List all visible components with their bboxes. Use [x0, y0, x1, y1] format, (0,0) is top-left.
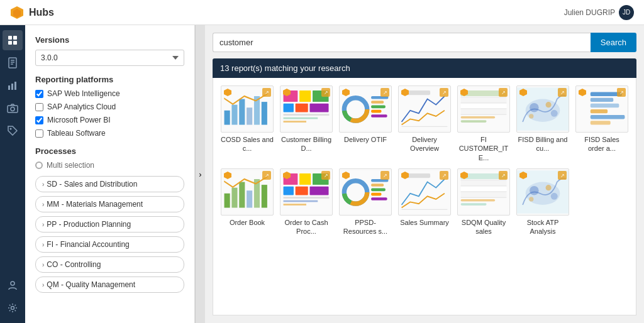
process-qm-label: QM - Quality Management — [47, 280, 135, 289]
svg-rect-97 — [247, 190, 252, 207]
report-card[interactable]: ↗ Stock ATP Analysis — [516, 168, 569, 236]
thumb-logo-icon — [519, 88, 528, 97]
svg-rect-36 — [284, 114, 330, 116]
left-panel: Versions 3.0.0 2.0.0 1.0.0 Reporting pla… — [25, 25, 195, 323]
report-label: PPSD-Resources s... — [339, 218, 392, 236]
svg-text:↗: ↗ — [265, 90, 269, 96]
process-co-label: CO - Controlling — [47, 260, 101, 269]
svg-rect-108 — [284, 187, 294, 195]
svg-rect-112 — [284, 200, 318, 202]
platform-tableau-checkbox[interactable] — [35, 129, 43, 138]
svg-point-14 — [11, 107, 14, 111]
platform-power-bi[interactable]: Microsoft Power BI — [35, 116, 184, 124]
platform-sap-analytics-checkbox[interactable] — [35, 103, 43, 111]
svg-rect-96 — [239, 182, 245, 207]
svg-text:↗: ↗ — [501, 173, 506, 178]
report-card[interactable]: ↗ Delivery Overview — [398, 85, 451, 162]
svg-rect-6 — [9, 58, 16, 68]
svg-marker-114 — [283, 172, 291, 179]
processes-label: Processes — [35, 146, 184, 156]
nav-tag[interactable] — [3, 121, 23, 141]
nav-settings[interactable] — [3, 298, 23, 318]
process-fi[interactable]: › FI - Financial Accounting — [35, 236, 184, 253]
process-sd[interactable]: › SD - Sales and Distribution — [35, 176, 184, 192]
report-card[interactable]: ↗ Order Book — [221, 168, 274, 236]
report-card[interactable]: ↗ FISD Billing and cu... — [516, 85, 569, 162]
process-sd-chevron: › — [42, 181, 44, 188]
thumb-logo-icon — [460, 171, 469, 180]
report-card[interactable]: ↗ Customer Billing D... — [280, 85, 333, 162]
process-co[interactable]: › CO - Controlling — [35, 256, 184, 273]
process-qm[interactable]: › QM - Quality Management — [35, 276, 184, 293]
report-thumbnail: ↗ — [221, 168, 274, 216]
report-thumbnail: ↗ — [398, 85, 451, 133]
report-card[interactable]: ↗ SDQM Quality sales — [457, 168, 510, 236]
app-title: Hubs — [29, 7, 54, 18]
nav-home[interactable] — [3, 30, 23, 50]
nav-book[interactable] — [3, 53, 23, 73]
report-label: Delivery OTIF — [339, 135, 392, 144]
report-thumbnail: ↗ — [221, 85, 274, 133]
process-pp-label: PP - Production Planning — [47, 220, 131, 229]
svg-point-15 — [10, 128, 12, 130]
platform-tableau[interactable]: Tableau Software — [35, 129, 184, 138]
svg-marker-155 — [519, 172, 527, 179]
thumb-corner-icon: ↗ — [617, 88, 626, 97]
report-thumbnail: ↗ — [575, 85, 628, 133]
platform-sap-analytics-label: SAP Analytics Cloud — [47, 102, 116, 111]
svg-marker-51 — [342, 89, 350, 96]
platform-sap-web[interactable]: SAP Web Intelligence — [35, 89, 184, 98]
svg-text:↗: ↗ — [560, 90, 565, 96]
svg-rect-70 — [461, 120, 487, 123]
svg-text:↗: ↗ — [324, 173, 328, 178]
svg-rect-37 — [284, 118, 318, 119]
report-label: Order to Cash Proc... — [280, 218, 333, 236]
thumb-logo-icon — [282, 171, 291, 180]
search-button[interactable]: Search — [591, 33, 636, 52]
versions-label: Versions — [35, 35, 184, 45]
report-label: Delivery Overview — [398, 135, 451, 153]
report-card[interactable]: ↗ PPSD-Resources s... — [339, 168, 392, 236]
svg-rect-11 — [11, 84, 13, 90]
process-mm[interactable]: › MM - Materials Management — [35, 196, 184, 212]
results-grid: ↗ COSD Sales and c... ↗ Customer Billing… — [221, 85, 628, 236]
svg-rect-145 — [461, 203, 487, 205]
thumb-corner-icon: ↗ — [499, 88, 508, 97]
report-card[interactable]: ↗ Sales Summary — [398, 168, 451, 236]
multi-select-label: Multi selection — [35, 161, 184, 170]
thumb-logo-icon — [519, 171, 528, 180]
report-card[interactable]: ↗ COSD Sales and c... — [221, 85, 274, 162]
thumb-corner-icon: ↗ — [440, 171, 448, 180]
nav-user[interactable] — [3, 275, 23, 295]
process-pp[interactable]: › PP - Production Planning — [35, 216, 184, 233]
panel-expand[interactable]: › — [195, 25, 205, 323]
svg-rect-95 — [231, 188, 237, 208]
nav-bottom — [3, 275, 23, 323]
process-fi-label: FI - Financial Accounting — [47, 240, 129, 249]
svg-marker-132 — [401, 172, 409, 179]
user-avatar[interactable]: JD — [619, 5, 634, 20]
right-content: Search 13 report(s) matching your resear… — [205, 25, 644, 323]
report-card[interactable]: ↗ FISD Sales order a... — [575, 85, 628, 162]
report-label: SDQM Quality sales — [457, 218, 510, 236]
svg-rect-124 — [371, 193, 381, 196]
svg-rect-19 — [225, 111, 230, 125]
process-mm-chevron: › — [42, 201, 44, 208]
thumb-corner-icon: ↗ — [499, 171, 508, 180]
platform-sap-analytics[interactable]: SAP Analytics Cloud — [35, 102, 184, 111]
svg-rect-88 — [591, 115, 625, 119]
svg-rect-69 — [461, 116, 496, 119]
thumb-corner-icon: ↗ — [262, 88, 271, 97]
search-input[interactable] — [213, 33, 591, 52]
nav-chart[interactable] — [3, 75, 23, 96]
platform-power-bi-checkbox[interactable] — [35, 116, 43, 124]
report-card[interactable]: ↗ Delivery OTIF — [339, 85, 392, 162]
svg-marker-26 — [224, 89, 231, 96]
version-select[interactable]: 3.0.0 2.0.0 1.0.0 — [35, 50, 184, 66]
report-card[interactable]: ↗ Order to Cash Proc... — [280, 168, 333, 236]
svg-rect-34 — [296, 104, 308, 112]
report-card[interactable]: ↗ FI CUSTOMER_ITE... — [457, 85, 510, 162]
svg-rect-110 — [309, 187, 328, 195]
platform-sap-web-checkbox[interactable] — [35, 90, 43, 98]
nav-camera[interactable] — [3, 98, 23, 118]
